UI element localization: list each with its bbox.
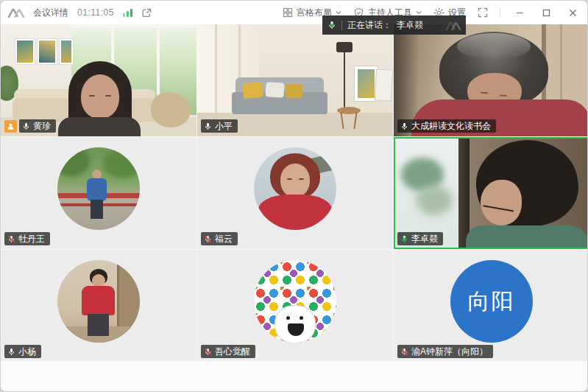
avatar-photo bbox=[57, 147, 140, 230]
mic-speaking-icon bbox=[400, 235, 408, 243]
meeting-details-link[interactable]: 会议详情 bbox=[33, 7, 68, 19]
minimize-icon bbox=[516, 9, 524, 17]
host-person-icon bbox=[7, 122, 15, 130]
grid-layout-icon bbox=[283, 7, 293, 18]
participant-name-tag: 渝A钟新萍（向阳） bbox=[397, 345, 493, 358]
mic-on-icon bbox=[22, 122, 30, 130]
avatar-photo bbox=[57, 260, 140, 343]
host-badge bbox=[4, 120, 17, 133]
participant-tile-huangzhen[interactable]: 黄珍 bbox=[1, 24, 196, 136]
fullscreen-icon bbox=[478, 7, 488, 18]
participant-name-tag: 大成耕读文化读书会 bbox=[397, 119, 496, 133]
chevron-down-icon bbox=[336, 10, 341, 15]
participant-tile-fuyun[interactable]: 福云 bbox=[197, 137, 393, 249]
participant-name-tag: 福云 bbox=[201, 232, 238, 245]
participant-tile-xiaoping[interactable]: 小平 bbox=[197, 24, 393, 136]
participant-name-tag: 黄珍 bbox=[19, 119, 56, 133]
participant-tile-dacheng[interactable]: 大成耕读文化读书会 bbox=[394, 24, 588, 136]
close-icon bbox=[569, 9, 577, 17]
participant-name-tag: 小平 bbox=[201, 119, 238, 133]
top-toolbar: 会议详情 01:11:05 宫格布局 bbox=[1, 1, 587, 24]
mic-muted-icon bbox=[400, 348, 408, 356]
maximize-icon bbox=[542, 9, 550, 17]
chevron-down-icon bbox=[416, 10, 422, 15]
toast-divider bbox=[341, 21, 342, 30]
signal-strength-icon bbox=[123, 8, 132, 17]
mic-muted-icon bbox=[204, 348, 212, 356]
meeting-timer: 01:11:05 bbox=[77, 7, 114, 18]
microphone-icon bbox=[327, 21, 336, 29]
mic-muted-icon bbox=[7, 235, 15, 243]
mic-on-icon bbox=[7, 348, 15, 356]
close-button[interactable] bbox=[565, 5, 580, 20]
participant-name-tag: 吾心觉醒 bbox=[201, 345, 255, 358]
mic-on-icon bbox=[400, 122, 408, 130]
minimize-button[interactable] bbox=[512, 5, 527, 20]
avatar-text: 向阳 bbox=[468, 287, 515, 317]
participant-tile-xiangyang[interactable]: 向阳 渝A钟新萍（向阳） bbox=[394, 250, 588, 362]
participant-name-tag: 小杨 bbox=[4, 345, 41, 358]
video-grid: 黄珍 bbox=[1, 24, 588, 362]
maximize-button[interactable] bbox=[539, 5, 553, 20]
mic-muted-icon bbox=[204, 235, 212, 243]
share-screen-icon[interactable] bbox=[141, 7, 152, 18]
mic-on-icon bbox=[204, 122, 212, 130]
speaking-prefix: 正在讲话： bbox=[347, 19, 392, 32]
participant-tile-lizhuoyi-active-speaker[interactable]: 李卓燚 bbox=[394, 137, 588, 249]
speaking-name: 李卓燚 bbox=[397, 19, 423, 32]
avatar-emoji-mosaic bbox=[254, 260, 336, 343]
toolbar-divider bbox=[500, 7, 500, 18]
participant-tile-wuxinjuexing[interactable]: 吾心觉醒 bbox=[197, 250, 393, 362]
participant-name-tag: 李卓燚 bbox=[397, 232, 443, 245]
avatar-initials: 向阳 bbox=[450, 260, 533, 343]
avatar-photo bbox=[254, 147, 336, 230]
participant-name-tag: 牡丹王 bbox=[4, 232, 50, 245]
meeting-window: 会议详情 01:11:05 宫格布局 bbox=[0, 0, 588, 392]
fullscreen-button[interactable] bbox=[478, 7, 488, 18]
speaking-toast: 正在讲话： 李卓燚 bbox=[322, 15, 466, 35]
bottom-toolbar-area bbox=[1, 360, 587, 391]
participant-tile-xiaoyang[interactable]: 小杨 bbox=[1, 250, 196, 362]
participant-tile-mudanwang[interactable]: 牡丹王 bbox=[1, 137, 196, 249]
app-logo-icon bbox=[8, 7, 24, 18]
toolbar-left: 会议详情 01:11:05 bbox=[8, 7, 152, 19]
watermark-logo-icon bbox=[446, 20, 461, 31]
